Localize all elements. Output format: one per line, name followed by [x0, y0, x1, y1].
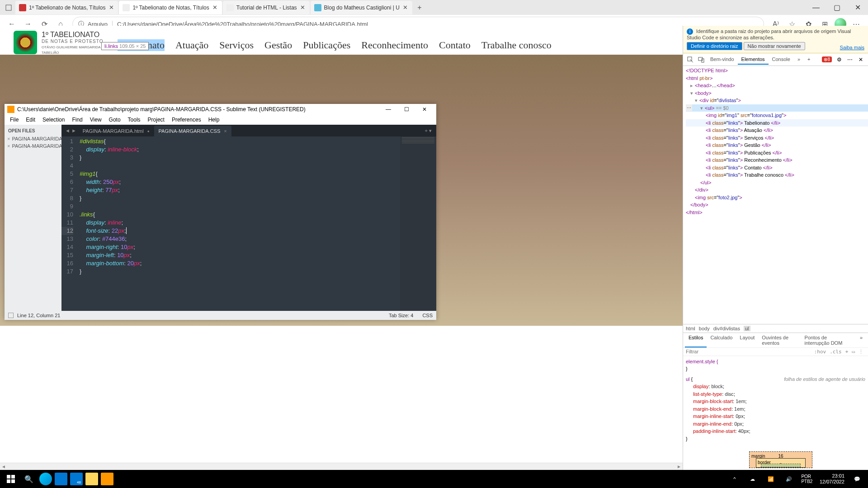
status-tabsize[interactable]: Tab Size: 4 — [389, 313, 413, 318]
sublime-close-button[interactable]: ✕ — [415, 104, 434, 114]
tray-volume-icon[interactable]: 🔊 — [780, 470, 798, 488]
favicon — [19, 4, 26, 11]
site-logo: 1º TABELIONATO DE NOTAS E PROTESTO OTÁVI… — [14, 30, 103, 55]
new-style-rule-icon[interactable]: + — [845, 349, 849, 355]
browser-chrome: 1º Tabelionato de Notas, Títulos✕ 1º Tab… — [0, 0, 868, 26]
nav-item-servicos[interactable]: Serviços — [219, 39, 254, 51]
menu-preferences[interactable]: Preferences — [168, 117, 205, 123]
sublime-minimize-button[interactable]: — — [379, 104, 397, 114]
sublime-maximize-button[interactable]: ☐ — [397, 104, 415, 114]
menu-selection[interactable]: Selection — [39, 117, 68, 123]
start-button[interactable] — [2, 470, 20, 488]
sublime-titlebar[interactable]: C:\Users\danie\OneDrive\Área de Trabalho… — [5, 104, 436, 115]
tray-clock[interactable]: 23:01 12/07/2022 — [816, 473, 848, 485]
tray-wifi-icon[interactable]: 📶 — [762, 470, 780, 488]
device-toggle-icon[interactable] — [696, 54, 707, 65]
menu-tools[interactable]: Tools — [124, 117, 144, 123]
styles-pane[interactable]: element.style { } ul { folha de estilos … — [683, 356, 868, 470]
devtools-tab-welcome[interactable]: Bem-vindo — [707, 55, 738, 65]
dont-show-button[interactable]: Não mostrar novamente — [744, 42, 805, 50]
dom-tree[interactable]: <!DOCTYPE html> <html pt-br> ▸<head>…</h… — [683, 66, 868, 324]
tooltip-selector: li.links — [104, 43, 118, 49]
new-tab-button[interactable]: + — [413, 1, 426, 14]
nav-item-gestao[interactable]: Gestão — [264, 39, 292, 51]
nav-item-contato[interactable]: Contato — [439, 39, 471, 51]
styles-tab-estilos[interactable]: Estilos — [685, 333, 707, 347]
svg-rect-0 — [6, 5, 11, 10]
close-icon[interactable]: ✕ — [300, 5, 306, 11]
sublime-editor[interactable]: 1234567891011121314151617 #divlistas{ di… — [61, 136, 436, 311]
taskbar-edge[interactable] — [39, 473, 52, 485]
menu-project[interactable]: Project — [144, 117, 168, 123]
status-syntax[interactable]: CSS — [422, 313, 433, 318]
taskbar-mail[interactable]: 48 — [70, 473, 83, 485]
styles-tab-listeners[interactable]: Ouvintes de eventos — [758, 333, 801, 347]
browser-tab-2[interactable]: Tutorial de HTML - Listas✕ — [223, 1, 310, 14]
tray-chevron-icon[interactable]: ^ — [726, 470, 744, 488]
devtools-close-icon[interactable]: ✕ — [855, 54, 866, 65]
sublime-tab-1[interactable]: PAGINA-MARGARIDA.CSS× — [154, 126, 231, 136]
devtools-tab-more[interactable]: » — [794, 55, 804, 65]
minimap[interactable] — [400, 136, 436, 311]
nav-item-trabalhe[interactable]: Trabalhe conosco — [481, 39, 552, 51]
banner-text: Identifique a pasta raiz do projeto para… — [687, 28, 851, 40]
styles-filter-input[interactable] — [686, 349, 812, 354]
cls-toggle[interactable]: .cls — [830, 349, 842, 355]
banner-learn-more-link[interactable]: Saiba mais — [840, 45, 864, 50]
close-window-button[interactable]: ✕ — [847, 0, 868, 15]
devtools-tab-elements[interactable]: Elementos — [738, 55, 769, 65]
tab-nav-arrows[interactable]: ◄ ► — [63, 128, 78, 133]
svg-rect-5 — [11, 475, 15, 479]
logo-line4: TABELIÃO — [42, 51, 103, 55]
taskbar-explorer[interactable] — [85, 473, 98, 485]
maximize-button[interactable]: ▢ — [826, 0, 847, 15]
devtools-more-icon[interactable]: ⋯ — [844, 54, 855, 65]
tab-bar: 1º Tabelionato de Notas, Títulos✕ 1º Tab… — [0, 0, 868, 15]
hov-toggle[interactable]: :hov — [814, 349, 826, 355]
minimize-button[interactable]: — — [806, 0, 826, 15]
settings-icon[interactable]: ⚙ — [834, 54, 844, 65]
menu-file[interactable]: File — [6, 117, 22, 123]
close-icon[interactable]: ✕ — [212, 5, 218, 11]
sidebar-file-0[interactable]: ×PAGINA-MARGARIDA.h — [5, 135, 61, 142]
horizontal-scrollbar[interactable]: ◄► — [0, 463, 683, 470]
styles-tab-more[interactable]: » — [856, 333, 866, 347]
styles-tab-calculado[interactable]: Calculado — [707, 333, 736, 347]
close-icon[interactable]: ✕ — [402, 5, 409, 11]
tray-notifications-icon[interactable]: 💬 — [848, 470, 866, 488]
devtools-tab-console[interactable]: Console — [769, 55, 794, 65]
menu-edit[interactable]: Edit — [22, 117, 39, 123]
error-count-badge[interactable]: ⊗ 8 — [822, 56, 832, 62]
status-panel-icon[interactable] — [8, 313, 14, 318]
inspect-element-icon[interactable] — [685, 54, 696, 65]
sublime-tab-0[interactable]: PAGINA-MARGARIDA.html● — [78, 126, 154, 136]
search-button[interactable]: 🔍 — [20, 470, 38, 488]
styles-tab-layout[interactable]: Layout — [736, 333, 758, 347]
nav-item-reconhecimento[interactable]: Reconhecimento — [361, 39, 428, 51]
taskbar-sublime[interactable] — [101, 473, 113, 485]
menu-view[interactable]: View — [86, 117, 105, 123]
logo-line2: DE NOTAS E PROTESTO — [42, 39, 103, 44]
nav-item-publicacoes[interactable]: Publicações — [303, 39, 350, 51]
tab-overflow-icon[interactable]: + ▾ — [422, 128, 434, 134]
close-icon[interactable]: ✕ — [108, 5, 114, 11]
dom-breadcrumb[interactable]: html body div#divlistas ul — [683, 324, 868, 333]
styles-more-icon[interactable]: ⋮ — [859, 349, 863, 355]
taskbar-store[interactable] — [55, 473, 67, 485]
sidebar-file-1[interactable]: ×PAGINA-MARGARIDA.C — [5, 142, 61, 150]
menu-help[interactable]: Help — [205, 117, 223, 123]
nav-item-atuacao[interactable]: Atuação — [175, 39, 208, 51]
devtools-tab-add[interactable]: + — [804, 55, 814, 65]
browser-tab-0[interactable]: 1º Tabelionato de Notas, Títulos✕ — [15, 1, 118, 14]
computed-toggle-icon[interactable]: ▭ — [852, 349, 855, 355]
tray-onedrive-icon[interactable]: ☁ — [744, 470, 762, 488]
menu-find[interactable]: Find — [68, 117, 86, 123]
browser-tab-1[interactable]: 1º Tabelionato de Notas, Títulos✕ — [119, 1, 222, 14]
styles-tab-breakpoints[interactable]: Pontos de interrupção DOM — [801, 333, 856, 347]
code-area[interactable]: #divlistas{ display: inline-block; } #im… — [77, 136, 400, 311]
set-root-button[interactable]: Definir o diretório raiz — [687, 42, 742, 50]
menu-goto[interactable]: Goto — [105, 117, 124, 123]
tray-language[interactable]: PORPTB2 — [798, 470, 816, 488]
browser-tab-3[interactable]: Blog do Matheus Castiglioni | U✕ — [311, 1, 412, 14]
tab-actions-icon[interactable] — [4, 3, 14, 13]
